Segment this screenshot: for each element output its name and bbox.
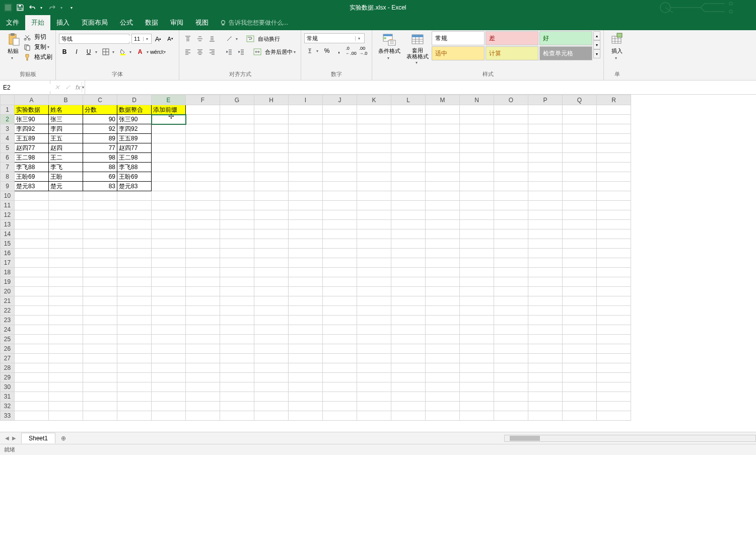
cell-E15[interactable] [152, 239, 186, 249]
row-header-1[interactable]: 1 [1, 105, 15, 115]
comma-button[interactable]: , [333, 46, 345, 56]
cell-I26[interactable] [289, 344, 323, 354]
cell-G31[interactable] [220, 392, 254, 402]
cell-B7[interactable]: 李飞 [49, 163, 83, 172]
cell-J18[interactable] [323, 268, 357, 277]
cell-P5[interactable] [528, 143, 563, 153]
cell-M12[interactable] [426, 210, 460, 220]
decrease-indent-button[interactable] [224, 47, 235, 57]
cell-G21[interactable] [220, 296, 254, 306]
cell-I32[interactable] [289, 402, 323, 411]
cell-H2[interactable] [254, 115, 289, 124]
cell-I8[interactable] [289, 172, 323, 182]
cell-B30[interactable] [49, 382, 83, 392]
cell-Q33[interactable] [563, 411, 597, 421]
cell-L30[interactable] [391, 382, 426, 392]
row-header-8[interactable]: 8 [1, 172, 15, 182]
cell-E31[interactable] [152, 392, 186, 402]
cell-P24[interactable] [528, 325, 563, 335]
cell-D21[interactable] [117, 296, 152, 306]
cell-H11[interactable] [254, 201, 289, 210]
cell-M19[interactable] [426, 277, 460, 287]
cell-B19[interactable] [49, 277, 83, 287]
cell-O13[interactable] [494, 220, 528, 229]
cell-O15[interactable] [494, 239, 528, 249]
cell-M21[interactable] [426, 296, 460, 306]
cell-J12[interactable] [323, 210, 357, 220]
cell-J9[interactable] [323, 182, 357, 191]
cell-L1[interactable] [391, 105, 426, 115]
cell-R7[interactable] [597, 163, 631, 172]
cell-L32[interactable] [391, 402, 426, 411]
cell-L9[interactable] [391, 182, 426, 191]
cell-H13[interactable] [254, 220, 289, 229]
cell-B17[interactable] [49, 258, 83, 268]
cell-I22[interactable] [289, 306, 323, 316]
row-header-29[interactable]: 29 [1, 373, 15, 382]
cell-F31[interactable] [186, 392, 220, 402]
cell-D15[interactable] [117, 239, 152, 249]
style-bad[interactable]: 差 [486, 31, 538, 45]
cell-G14[interactable] [220, 229, 254, 239]
cell-I30[interactable] [289, 382, 323, 392]
italic-button[interactable]: I [71, 47, 82, 57]
cell-K24[interactable] [357, 325, 391, 335]
cell-F14[interactable] [186, 229, 220, 239]
cell-N4[interactable] [460, 134, 494, 143]
cell-B24[interactable] [49, 325, 83, 335]
add-sheet-button[interactable]: ⊕ [58, 433, 68, 443]
cell-H32[interactable] [254, 402, 289, 411]
cell-L11[interactable] [391, 201, 426, 210]
cell-O17[interactable] [494, 258, 528, 268]
cell-P25[interactable] [528, 335, 563, 344]
cell-K12[interactable] [357, 210, 391, 220]
number-format-combo[interactable]: ▾ [304, 33, 365, 43]
col-header-M[interactable]: M [426, 95, 460, 105]
cell-D4[interactable]: 王五89 [117, 134, 152, 143]
cell-Q12[interactable] [563, 210, 597, 220]
cell-K23[interactable] [357, 316, 391, 325]
cell-D18[interactable] [117, 268, 152, 277]
cell-A25[interactable] [15, 335, 49, 344]
cell-H23[interactable] [254, 316, 289, 325]
cell-K19[interactable] [357, 277, 391, 287]
cell-O24[interactable] [494, 325, 528, 335]
cell-C1[interactable]: 分数 [83, 105, 117, 115]
row-header-27[interactable]: 27 [1, 354, 15, 363]
cell-D29[interactable] [117, 373, 152, 382]
cell-Q30[interactable] [563, 382, 597, 392]
cell-F2[interactable] [186, 115, 220, 124]
cell-G1[interactable] [220, 105, 254, 115]
cell-P6[interactable] [528, 153, 563, 163]
cell-D7[interactable]: 李飞88 [117, 163, 152, 172]
cell-E10[interactable] [152, 191, 186, 201]
cell-A30[interactable] [15, 382, 49, 392]
cell-L21[interactable] [391, 296, 426, 306]
cell-K27[interactable] [357, 354, 391, 363]
cell-G8[interactable] [220, 172, 254, 182]
cell-O27[interactable] [494, 354, 528, 363]
font-color-button[interactable]: A [134, 47, 146, 57]
gallery-more[interactable]: ▾ [593, 49, 600, 58]
cell-R4[interactable] [597, 134, 631, 143]
row-header-7[interactable]: 7 [1, 163, 15, 172]
cell-D33[interactable] [117, 411, 152, 421]
cell-J22[interactable] [323, 306, 357, 316]
cell-R29[interactable] [597, 373, 631, 382]
cell-F32[interactable] [186, 402, 220, 411]
cell-K15[interactable] [357, 239, 391, 249]
cell-K7[interactable] [357, 163, 391, 172]
style-good[interactable]: 好 [539, 31, 592, 45]
tab-file[interactable]: 文件 [0, 15, 25, 30]
cell-grid[interactable]: ABCDEFGHIJKLMNOPQR1实验数据姓名分数数据整合添加前缀2张三90… [0, 95, 631, 421]
cell-R32[interactable] [597, 402, 631, 411]
border-button[interactable] [100, 47, 111, 57]
redo-dropdown[interactable]: ▾ [60, 6, 64, 10]
cell-A22[interactable] [15, 306, 49, 316]
row-header-5[interactable]: 5 [1, 143, 15, 153]
cell-J30[interactable] [323, 382, 357, 392]
sheet-nav-next[interactable]: ▶ [12, 435, 16, 441]
cell-R31[interactable] [597, 392, 631, 402]
cell-G15[interactable] [220, 239, 254, 249]
cell-K10[interactable] [357, 191, 391, 201]
